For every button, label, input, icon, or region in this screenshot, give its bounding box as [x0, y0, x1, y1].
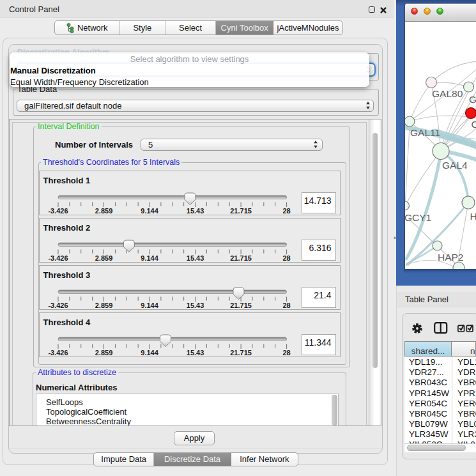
svg-text:21.715: 21.715: [230, 254, 252, 262]
svg-text:GAL4: GAL4: [442, 160, 468, 171]
svg-text:GAL80: GAL80: [432, 88, 463, 99]
svg-text:21.715: 21.715: [230, 349, 252, 357]
svg-text:15.43: 15.43: [186, 302, 204, 309]
svg-text:15.43: 15.43: [186, 254, 204, 262]
svg-text:9.144: 9.144: [141, 254, 158, 262]
svg-text:9.144: 9.144: [141, 349, 158, 357]
svg-text:CR: CR: [472, 119, 476, 130]
svg-text:15.43: 15.43: [186, 349, 204, 357]
svg-text:HAP2: HAP2: [438, 252, 464, 263]
svg-text:28: 28: [282, 207, 290, 215]
svg-text:HI: HI: [470, 211, 476, 222]
svg-text:-3.426: -3.426: [48, 207, 68, 215]
svg-text:-3.426: -3.426: [48, 302, 68, 309]
svg-text:2.859: 2.859: [95, 302, 112, 309]
svg-text:-3.426: -3.426: [48, 349, 68, 357]
svg-text:28: 28: [282, 302, 290, 309]
svg-text:GCY1: GCY1: [405, 212, 431, 223]
svg-text:21.715: 21.715: [230, 302, 252, 309]
svg-text:21.715: 21.715: [230, 207, 252, 215]
svg-text:-3.426: -3.426: [48, 254, 68, 262]
svg-text:15.43: 15.43: [186, 207, 204, 215]
svg-text:9.144: 9.144: [141, 207, 158, 215]
svg-text:9.144: 9.144: [141, 302, 158, 309]
svg-text:2.859: 2.859: [95, 207, 112, 215]
svg-text:28: 28: [282, 349, 290, 357]
svg-text:GA: GA: [469, 94, 476, 105]
svg-text:2.859: 2.859: [95, 254, 112, 262]
svg-text:2.859: 2.859: [95, 349, 112, 357]
svg-text:28: 28: [282, 254, 290, 262]
svg-text:GAL11: GAL11: [410, 127, 440, 138]
